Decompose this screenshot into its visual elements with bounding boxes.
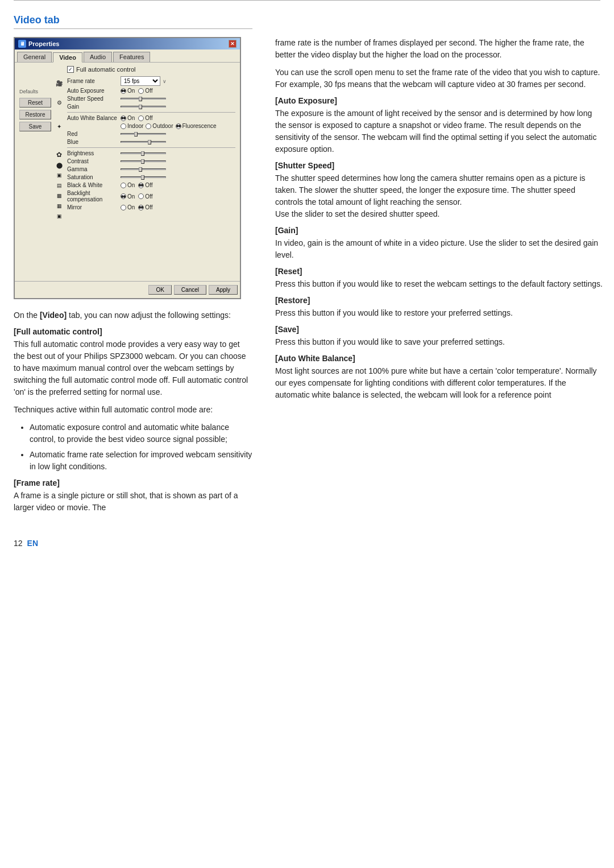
auto-exposure-on-label: On bbox=[127, 88, 135, 94]
page-language: EN bbox=[27, 539, 38, 548]
save-text: Press this button if you would like to s… bbox=[275, 336, 603, 348]
tab-video[interactable]: Video bbox=[53, 52, 82, 63]
brightness-slider[interactable] bbox=[121, 152, 166, 154]
tab-audio[interactable]: Audio bbox=[84, 52, 112, 62]
backlight-off-label: Off bbox=[145, 193, 152, 200]
backlight-on-radio[interactable] bbox=[121, 193, 126, 199]
shutter-slider[interactable] bbox=[121, 98, 166, 100]
camera-icon: 🎥 bbox=[55, 78, 64, 88]
backlight-radios: On Off bbox=[121, 193, 153, 200]
bw-off-radio[interactable] bbox=[138, 183, 144, 188]
bullet-item-1: Automatic frame rate selection for impro… bbox=[30, 449, 252, 473]
frame-rate-row: Frame rate 15 fps 30 fps ∨ bbox=[67, 76, 235, 86]
shutter-speed-label: Shutter Speed bbox=[67, 96, 118, 102]
gamma-row: Gamma bbox=[67, 166, 235, 172]
save-button[interactable]: Save bbox=[19, 122, 51, 131]
close-button[interactable]: ✕ bbox=[229, 40, 237, 48]
backlight-off[interactable]: Off bbox=[138, 193, 152, 200]
backlight-on[interactable]: On bbox=[121, 193, 135, 200]
blue-row: Blue bbox=[67, 139, 235, 145]
bw-off[interactable]: Off bbox=[138, 182, 152, 188]
auto-wb-off-label: Off bbox=[145, 115, 152, 121]
bw-label: Black & White bbox=[67, 182, 118, 188]
wb-outdoor-label: Outdoor bbox=[152, 123, 173, 129]
apply-button[interactable]: Apply bbox=[209, 285, 238, 295]
shutter-speed-text: The shutter speed determines how long th… bbox=[275, 172, 603, 220]
mirror-row: Mirror On Off bbox=[67, 204, 235, 210]
cancel-button[interactable]: Cancel bbox=[174, 285, 206, 295]
mirror-off-radio[interactable] bbox=[138, 205, 144, 210]
auto-wb-off-radio[interactable] bbox=[138, 115, 144, 121]
bw-row: Black & White On Off bbox=[67, 182, 235, 188]
bottom-buttons: OK Cancel Apply bbox=[15, 281, 240, 298]
saturation-slider[interactable] bbox=[121, 176, 166, 178]
auto-exposure-text: The exposure is the amount of light rece… bbox=[275, 108, 603, 155]
auto-wb-row: Auto White Balance On Off bbox=[67, 115, 235, 121]
exposure-icon: ⚙ bbox=[55, 98, 64, 107]
saturation-label: Saturation bbox=[67, 174, 118, 180]
wb-indoor[interactable]: Indoor bbox=[121, 123, 143, 129]
auto-exposure-off[interactable]: Off bbox=[138, 88, 152, 94]
defaults-label: Defaults bbox=[19, 89, 51, 94]
frame-rate-select[interactable]: 15 fps 30 fps bbox=[121, 76, 160, 86]
auto-wb-label: Auto White Balance bbox=[67, 115, 118, 121]
ok-button[interactable]: OK bbox=[148, 285, 171, 295]
shutter-speed-heading: [Shutter Speed] bbox=[275, 161, 603, 170]
contrast-slider[interactable] bbox=[121, 160, 166, 162]
full-auto-label: Full automatic control bbox=[76, 66, 136, 73]
bw-on[interactable]: On bbox=[121, 182, 135, 188]
gamma-slider[interactable] bbox=[121, 168, 166, 170]
mirror-on-label: On bbox=[127, 204, 135, 210]
reset-heading: [Reset] bbox=[275, 267, 603, 276]
bw-on-label: On bbox=[127, 182, 135, 188]
auto-wb-off[interactable]: Off bbox=[138, 115, 152, 121]
contrast-label: Contrast bbox=[67, 158, 118, 164]
full-auto-heading: [Full automatic control] bbox=[14, 327, 252, 336]
wb-fluorescence[interactable]: Fluorescence bbox=[176, 123, 217, 129]
mirror-icon: ▣ bbox=[55, 212, 64, 221]
mirror-off[interactable]: Off bbox=[138, 204, 152, 210]
tab-general[interactable]: General bbox=[17, 52, 52, 62]
wb-outdoor-radio[interactable] bbox=[146, 123, 151, 129]
bw-radios: On Off bbox=[121, 182, 153, 188]
wb-fluorescence-radio[interactable] bbox=[176, 123, 181, 129]
bw-off-label: Off bbox=[145, 182, 152, 188]
shutter-speed-row: Shutter Speed bbox=[67, 96, 235, 102]
auto-wb-heading: [Auto White Balance] bbox=[275, 354, 603, 363]
reset-button[interactable]: Reset bbox=[19, 98, 51, 108]
brightness-icon: ✿ bbox=[55, 150, 64, 159]
blue-slider[interactable] bbox=[121, 141, 166, 143]
red-slider[interactable] bbox=[121, 133, 166, 135]
wb-fluorescence-label: Fluorescence bbox=[182, 123, 217, 129]
gain-slider[interactable] bbox=[121, 106, 166, 108]
icon-column: 🎥 ⚙ ✦ ✿ ⬤ ▣ ▤ ▩ ▦ ▣ bbox=[53, 76, 65, 221]
backlight-row: Backlight compensation On Off bbox=[67, 190, 235, 202]
backlight-label: Backlight compensation bbox=[67, 190, 118, 202]
right-column: frame rate is the number of frames displ… bbox=[264, 14, 603, 519]
auto-wb-on-radio[interactable] bbox=[121, 115, 126, 121]
auto-exposure-heading: [Auto Exposure] bbox=[275, 96, 603, 105]
auto-exposure-on[interactable]: On bbox=[121, 88, 135, 94]
bw-on-radio[interactable] bbox=[121, 183, 126, 188]
mirror-on-radio[interactable] bbox=[121, 205, 126, 210]
restore-button[interactable]: Restore bbox=[19, 110, 51, 119]
auto-exposure-off-radio[interactable] bbox=[138, 88, 144, 94]
save-heading: [Save] bbox=[275, 325, 603, 334]
frame-rate-dropdown-arrow: ∨ bbox=[163, 78, 167, 84]
auto-exposure-on-radio[interactable] bbox=[121, 88, 126, 94]
gamma-label: Gamma bbox=[67, 166, 118, 172]
wb-indoor-radio[interactable] bbox=[121, 123, 126, 129]
techniques-text: Techniques active within full automatic … bbox=[14, 404, 252, 416]
wb-outdoor[interactable]: Outdoor bbox=[146, 123, 173, 129]
full-auto-checkbox[interactable]: ✓ bbox=[67, 66, 74, 73]
properties-icon: 🖥 bbox=[18, 40, 26, 48]
reset-text: Press this button if you would like to r… bbox=[275, 278, 603, 290]
frame-rate-text: A frame is a single picture or still sho… bbox=[14, 490, 252, 514]
tab-features[interactable]: Features bbox=[113, 52, 150, 62]
gain-heading: [Gain] bbox=[275, 226, 603, 235]
backlight-off-radio[interactable] bbox=[138, 193, 144, 199]
bw-icon: ▩ bbox=[55, 191, 64, 200]
auto-wb-radios: On Off bbox=[121, 115, 153, 121]
auto-wb-on[interactable]: On bbox=[121, 115, 135, 121]
mirror-on[interactable]: On bbox=[121, 204, 135, 210]
